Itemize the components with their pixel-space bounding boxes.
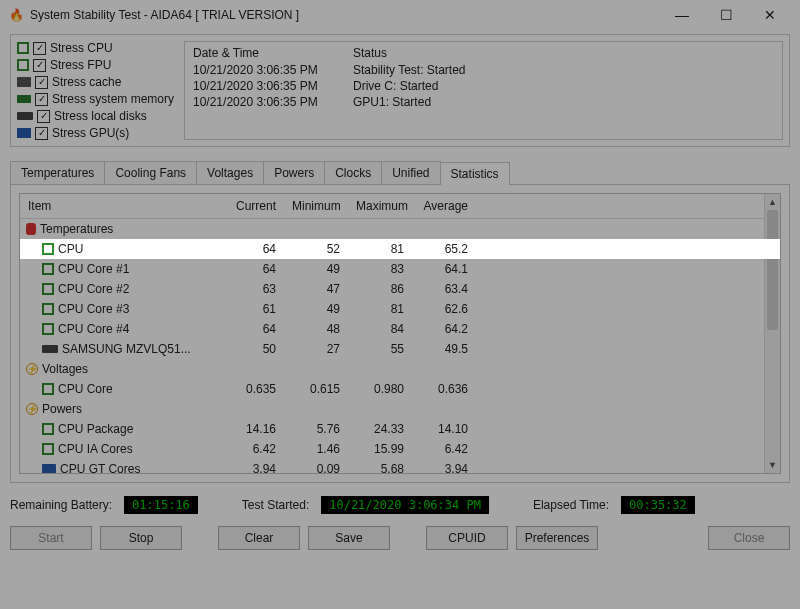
cpuid-button[interactable]: CPUID	[426, 526, 508, 550]
elapsed-value: 00:35:32	[621, 496, 695, 514]
col-average[interactable]: Average	[412, 194, 476, 218]
cpu-icon	[17, 42, 29, 54]
stress-gpus-label: Stress GPU(s)	[52, 126, 129, 140]
mem-icon	[17, 95, 31, 103]
stress-fpu-checkbox[interactable]: ✓	[33, 59, 46, 72]
stress-mem-checkbox[interactable]: ✓	[35, 93, 48, 106]
battery-value: 01:15:16	[124, 496, 198, 514]
row-cpu-core-1[interactable]: CPU Core #164498364.1	[20, 259, 780, 279]
scroll-down-icon[interactable]: ▼	[765, 457, 780, 473]
test-started-label: Test Started:	[242, 498, 309, 512]
maximize-button[interactable]: ☐	[704, 0, 748, 30]
stop-icon	[42, 423, 54, 435]
stop-icon	[42, 383, 54, 395]
row-cpu[interactable]: CPU64528165.2	[20, 239, 780, 259]
row-cpu-core-4[interactable]: CPU Core #464488464.2	[20, 319, 780, 339]
stress-disks-checkbox[interactable]: ✓	[37, 110, 50, 123]
row-v-cpu-core[interactable]: CPU Core0.6350.6150.9800.636	[20, 379, 780, 399]
row-cpu-ia-cores[interactable]: CPU IA Cores6.421.4615.996.42	[20, 439, 780, 459]
stop-icon	[42, 243, 54, 255]
group-powers[interactable]: ⚡Powers	[20, 399, 780, 419]
scrollbar[interactable]: ▲ ▼	[764, 194, 780, 473]
preferences-button[interactable]: Preferences	[516, 526, 598, 550]
gpu-icon	[42, 464, 56, 473]
elapsed-label: Elapsed Time:	[533, 498, 609, 512]
close-window-button[interactable]: ✕	[748, 0, 792, 30]
stress-cache-checkbox[interactable]: ✓	[35, 76, 48, 89]
test-started-value: 10/21/2020 3:06:34 PM	[321, 496, 489, 514]
gpu-icon	[17, 128, 31, 138]
event-row: 10/21/2020 3:06:35 PMGPU1: Started	[193, 94, 774, 110]
battery-label: Remaining Battery:	[10, 498, 112, 512]
top-group: ✓Stress CPU ✓Stress FPU ✓Stress cache ✓S…	[10, 34, 790, 147]
stress-fpu-label: Stress FPU	[50, 58, 111, 72]
tab-voltages[interactable]: Voltages	[196, 161, 264, 184]
thermometer-icon	[26, 223, 36, 235]
event-row: 10/21/2020 3:06:35 PMDrive C: Started	[193, 78, 774, 94]
tab-cooling-fans[interactable]: Cooling Fans	[104, 161, 197, 184]
col-maximum[interactable]: Maximum	[348, 194, 412, 218]
cache-icon	[17, 77, 31, 87]
stress-cpu-checkbox[interactable]: ✓	[33, 42, 46, 55]
row-cpu-gt-cores[interactable]: CPU GT Cores3.940.095.683.94	[20, 459, 780, 473]
titlebar: 🔥 System Stability Test - AIDA64 [ TRIAL…	[0, 0, 800, 30]
scroll-up-icon[interactable]: ▲	[765, 194, 780, 210]
tab-unified[interactable]: Unified	[381, 161, 440, 184]
event-row: 10/21/2020 3:06:35 PMStability Test: Sta…	[193, 62, 774, 78]
disk-icon	[17, 112, 33, 120]
stress-cpu-label: Stress CPU	[50, 41, 113, 55]
minimize-button[interactable]: —	[660, 0, 704, 30]
tab-powers[interactable]: Powers	[263, 161, 325, 184]
event-col-date: Date & Time	[193, 46, 353, 60]
group-voltages[interactable]: ⚡Voltages	[20, 359, 780, 379]
close-button[interactable]: Close	[708, 526, 790, 550]
window-title: System Stability Test - AIDA64 [ TRIAL V…	[30, 8, 660, 22]
start-button[interactable]: Start	[10, 526, 92, 550]
stats-header: Item Current Minimum Maximum Average	[20, 194, 780, 219]
row-cpu-core-3[interactable]: CPU Core #361498162.6	[20, 299, 780, 319]
stress-mem-label: Stress system memory	[52, 92, 174, 106]
drive-icon	[42, 345, 58, 353]
fpu-icon	[17, 59, 29, 71]
col-minimum[interactable]: Minimum	[284, 194, 348, 218]
button-row: Start Stop Clear Save CPUID Preferences …	[10, 526, 790, 550]
stress-options: ✓Stress CPU ✓Stress FPU ✓Stress cache ✓S…	[17, 41, 174, 140]
stop-button[interactable]: Stop	[100, 526, 182, 550]
row-ssd[interactable]: SAMSUNG MZVLQ51...50275549.5	[20, 339, 780, 359]
app-icon: 🔥	[8, 7, 24, 23]
statistics-panel: Item Current Minimum Maximum Average Tem…	[10, 184, 790, 483]
col-current[interactable]: Current	[220, 194, 284, 218]
stats-body: Temperatures CPU64528165.2 CPU Core #164…	[20, 219, 780, 473]
bolt-icon: ⚡	[26, 403, 38, 415]
tab-strip: Temperatures Cooling Fans Voltages Power…	[10, 161, 790, 184]
event-log: Date & TimeStatus 10/21/2020 3:06:35 PMS…	[184, 41, 783, 140]
row-cpu-core-2[interactable]: CPU Core #263478663.4	[20, 279, 780, 299]
clear-button[interactable]: Clear	[218, 526, 300, 550]
save-button[interactable]: Save	[308, 526, 390, 550]
row-cpu-package[interactable]: CPU Package14.165.7624.3314.10	[20, 419, 780, 439]
stop-icon	[42, 323, 54, 335]
stop-icon	[42, 303, 54, 315]
stress-gpus-checkbox[interactable]: ✓	[35, 127, 48, 140]
stress-disks-label: Stress local disks	[54, 109, 147, 123]
scroll-thumb[interactable]	[767, 210, 778, 330]
group-temperatures[interactable]: Temperatures	[20, 219, 780, 239]
bolt-icon: ⚡	[26, 363, 38, 375]
stop-icon	[42, 283, 54, 295]
stress-cache-label: Stress cache	[52, 75, 121, 89]
col-item[interactable]: Item	[20, 194, 220, 218]
tab-statistics[interactable]: Statistics	[440, 162, 510, 185]
tab-clocks[interactable]: Clocks	[324, 161, 382, 184]
status-bar: Remaining Battery: 01:15:16 Test Started…	[10, 496, 790, 514]
tab-temperatures[interactable]: Temperatures	[10, 161, 105, 184]
stop-icon	[42, 443, 54, 455]
stop-icon	[42, 263, 54, 275]
event-col-status: Status	[353, 46, 774, 60]
